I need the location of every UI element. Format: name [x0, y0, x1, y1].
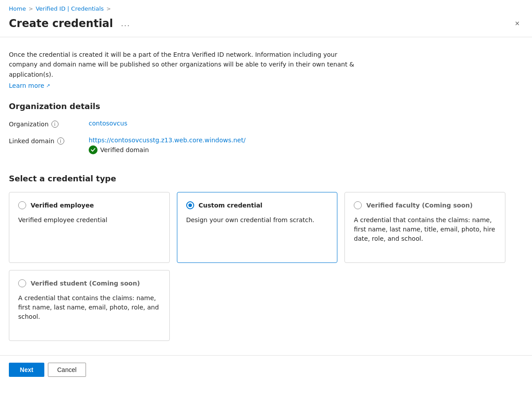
- organization-row: Organization i contosovcus: [9, 120, 523, 128]
- verified-check-icon: [89, 145, 98, 154]
- page-wrapper: Home > Verified ID | Credentials > Creat…: [0, 0, 532, 384]
- organization-value: contosovcus: [89, 120, 127, 127]
- next-button[interactable]: Next: [9, 363, 44, 377]
- header-divider: [0, 37, 532, 37]
- card-verified-employee[interactable]: Verified employee Verified employee cred…: [9, 192, 170, 263]
- card-verified-faculty[interactable]: Verified faculty (Coming soon) A credent…: [344, 192, 505, 263]
- card-verified-student[interactable]: Verified student (Coming soon) A credent…: [9, 270, 170, 341]
- verified-domain-row: Verified domain: [89, 145, 246, 154]
- description-text: Once the credential is created it will b…: [9, 50, 355, 79]
- radio-verified-faculty[interactable]: [354, 201, 362, 209]
- credential-cards-row2: Verified student (Coming soon) A credent…: [0, 270, 514, 341]
- breadcrumb-verified-id[interactable]: Verified ID | Credentials: [35, 5, 104, 12]
- ellipsis-button[interactable]: ...: [118, 18, 133, 29]
- linked-domain-info-icon[interactable]: i: [57, 137, 64, 145]
- footer: Next Cancel: [0, 356, 532, 384]
- card-desc-verified-faculty: A credential that contains the claims: n…: [354, 215, 496, 243]
- org-details-title: Organization details: [9, 102, 523, 111]
- page-title: Create credential: [9, 17, 113, 30]
- radio-verified-employee[interactable]: [18, 201, 26, 209]
- credential-type-section: Select a credential type: [0, 163, 532, 183]
- card-desc-custom-credential: Design your own credential from scratch.: [186, 215, 329, 225]
- verified-domain-text: Verified domain: [100, 146, 149, 153]
- organization-label: Organization i: [9, 120, 89, 128]
- card-title-verified-student: Verified student (Coming soon): [31, 280, 140, 287]
- credential-type-title: Select a credential type: [9, 174, 523, 183]
- linked-domain-row: Linked domain i https://contosovcusstg.z…: [9, 137, 523, 154]
- page-header-left: Create credential ...: [9, 17, 133, 30]
- cancel-button[interactable]: Cancel: [48, 363, 86, 377]
- card-header-verified-student: Verified student (Coming soon): [18, 279, 160, 287]
- close-button[interactable]: ×: [511, 18, 523, 29]
- radio-custom-credential[interactable]: [186, 201, 194, 209]
- breadcrumb-sep-1: >: [28, 6, 33, 12]
- org-details-section: Organization details Organization i cont…: [0, 91, 532, 154]
- card-header-verified-employee: Verified employee: [18, 201, 160, 209]
- card-title-custom-credential: Custom credential: [199, 202, 262, 209]
- breadcrumb-sep-2: >: [106, 6, 111, 12]
- radio-dot-custom: [188, 204, 192, 207]
- card-custom-credential[interactable]: Custom credential Design your own creden…: [177, 192, 338, 263]
- breadcrumb: Home > Verified ID | Credentials >: [0, 0, 532, 16]
- organization-link[interactable]: contosovcus: [89, 120, 127, 127]
- card-title-verified-employee: Verified employee: [31, 202, 94, 209]
- linked-domain-label: Linked domain i: [9, 137, 89, 145]
- page-header: Create credential ... ×: [0, 16, 532, 37]
- card-desc-verified-student: A credential that contains the claims: n…: [18, 294, 160, 321]
- linked-domain-value: https://contosovcusstg.z13.web.core.wind…: [89, 137, 246, 154]
- card-desc-verified-employee: Verified employee credential: [18, 215, 160, 225]
- linked-domain-link[interactable]: https://contosovcusstg.z13.web.core.wind…: [89, 137, 246, 144]
- breadcrumb-home[interactable]: Home: [9, 5, 26, 12]
- learn-more-link[interactable]: Learn more ↗: [9, 82, 50, 89]
- card-title-verified-faculty: Verified faculty (Coming soon): [366, 202, 473, 209]
- card-header-custom-credential: Custom credential: [186, 201, 329, 209]
- external-link-icon: ↗: [46, 83, 50, 89]
- card-header-verified-faculty: Verified faculty (Coming soon): [354, 201, 496, 209]
- organization-info-icon[interactable]: i: [51, 121, 59, 128]
- description-section: Once the credential is created it will b…: [0, 46, 364, 91]
- radio-verified-student[interactable]: [18, 279, 26, 287]
- learn-more-label: Learn more: [9, 82, 44, 89]
- credential-cards-row1: Verified employee Verified employee cred…: [0, 192, 514, 263]
